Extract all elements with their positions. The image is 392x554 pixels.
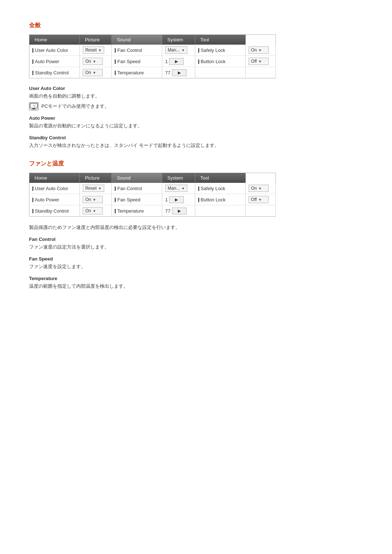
tab-tool[interactable]: Tool: [195, 35, 245, 45]
menu-row-col2: Temperature: [112, 205, 162, 217]
tab-picture[interactable]: Picture: [79, 173, 111, 183]
menu-row-col1: User Auto Color: [29, 45, 80, 56]
separator-bar: [115, 59, 116, 64]
menu-row-col2: Fan Speed: [112, 56, 162, 67]
dropdown-control[interactable]: Off▼: [249, 58, 269, 65]
separator-bar: [115, 186, 116, 191]
menu-row-col3: Button Lock: [195, 194, 245, 205]
item-description: 温度の範囲を指定して内部温度を検出します。: [29, 283, 363, 290]
menu-row-col3-value: [245, 205, 275, 217]
menu-row-col3: [195, 67, 245, 78]
separator-bar: [32, 59, 33, 64]
dropdown-control[interactable]: On▼: [83, 196, 103, 203]
menu-row-col1-value[interactable]: On▼: [79, 194, 111, 205]
arrow-right-button[interactable]: ▶: [169, 196, 184, 203]
menu-row-col2-value[interactable]: 77▶: [162, 67, 195, 78]
dropdown-control[interactable]: Reset▼: [83, 185, 104, 192]
pc-note: ℃PCモードでのみ使用できます。: [29, 102, 363, 110]
menu-row-col1: Auto Power: [29, 56, 80, 67]
item-description: ファン速度を設定します。: [29, 263, 363, 271]
separator-bar: [115, 209, 116, 213]
tab-picture[interactable]: Picture: [79, 35, 111, 45]
menu-row-col1-value[interactable]: On▼: [79, 205, 111, 217]
menu-row-col3-value[interactable]: Off▼: [245, 194, 275, 205]
svg-rect-2: [33, 108, 35, 109]
arrow-right-button[interactable]: ▶: [169, 58, 184, 65]
menu-row-col1: User Auto Color: [29, 183, 80, 194]
menu-row-col1-value[interactable]: On▼: [79, 67, 111, 78]
section-fan-temp: ファンと温度HomePictureSoundSystemToolUser Aut…: [29, 160, 363, 290]
menu-row-col2-value[interactable]: Man...▼: [162, 183, 195, 194]
menu-row-col1: Standby Control: [29, 67, 80, 78]
menu-table: HomePictureSoundSystemToolUser Auto Colo…: [29, 34, 276, 78]
dropdown-control[interactable]: On▼: [83, 58, 103, 65]
menu-row-col1: Auto Power: [29, 194, 80, 205]
item-description: 入力ソースが検出されなかったときは、スタンバイ モードで起動するように設定します…: [29, 142, 363, 149]
separator-bar: [32, 71, 33, 75]
separator-bar: [32, 198, 33, 202]
separator-bar: [32, 209, 33, 213]
section-title: 全般: [29, 22, 363, 29]
item-title: Auto Power: [29, 115, 363, 121]
dropdown-control[interactable]: On▼: [83, 69, 103, 76]
pc-mode-icon: ℃: [29, 102, 38, 110]
tab-system[interactable]: System: [162, 35, 195, 45]
menu-row-col2: Temperature: [112, 67, 162, 78]
section-intro: 製品保護のためファン速度と内部温度の検出に必要な設定を行います。: [29, 224, 363, 231]
arrow-right-button[interactable]: ▶: [172, 208, 187, 214]
tab-home[interactable]: Home: [29, 35, 80, 45]
separator-bar: [198, 198, 199, 202]
item-title: Fan Speed: [29, 256, 363, 262]
dropdown-control[interactable]: Man...▼: [165, 185, 187, 192]
tab-home[interactable]: Home: [29, 173, 80, 183]
menu-row-col2: Fan Control: [112, 45, 162, 56]
menu-row-col2-value[interactable]: 77▶: [162, 205, 195, 217]
item-title: User Auto Color: [29, 86, 363, 91]
separator-bar: [115, 71, 116, 75]
menu-row-col2-value[interactable]: 1▶: [162, 56, 195, 67]
menu-row-col3-value[interactable]: On▼: [245, 183, 275, 194]
tab-tool[interactable]: Tool: [195, 173, 245, 183]
separator-bar: [115, 198, 116, 202]
svg-text:℃: ℃: [32, 104, 36, 108]
menu-row-col1: Standby Control: [29, 205, 80, 217]
tab-sound[interactable]: Sound: [112, 173, 162, 183]
menu-row-col3: Button Lock: [195, 56, 245, 67]
menu-row-col2-value[interactable]: Man...▼: [162, 45, 195, 56]
dropdown-control[interactable]: Man...▼: [165, 46, 187, 54]
item-title: Temperature: [29, 276, 363, 281]
dropdown-control[interactable]: Off▼: [249, 196, 269, 203]
menu-row-col2-value[interactable]: 1▶: [162, 194, 195, 205]
menu-row-col3: [195, 205, 245, 217]
item-description: 画面の色を自動的に調整します。: [29, 93, 363, 100]
menu-table: HomePictureSoundSystemToolUser Auto Colo…: [29, 173, 276, 217]
separator-bar: [32, 186, 33, 191]
dropdown-control[interactable]: On▼: [249, 46, 269, 54]
menu-row-col1-value[interactable]: Reset▼: [79, 183, 111, 194]
menu-row-col3: Safety Lock: [195, 183, 245, 194]
arrow-right-button[interactable]: ▶: [172, 69, 187, 76]
menu-row-col2: Fan Control: [112, 183, 162, 194]
separator-bar: [198, 59, 199, 64]
separator-bar: [198, 186, 199, 191]
item-title: Fan Control: [29, 237, 363, 242]
separator-bar: [115, 48, 116, 53]
menu-row-col3-value[interactable]: Off▼: [245, 56, 275, 67]
dropdown-control[interactable]: On▼: [83, 207, 103, 214]
item-description: 製品の電源が自動的にオンになるように設定します。: [29, 122, 363, 130]
svg-rect-3: [32, 109, 36, 110]
item-title: Standby Control: [29, 135, 363, 140]
tab-system[interactable]: System: [162, 173, 195, 183]
menu-row-col3: Safety Lock: [195, 45, 245, 56]
menu-row-col2: Fan Speed: [112, 194, 162, 205]
pc-note-text: PCモードでのみ使用できます。: [41, 103, 109, 110]
tab-sound[interactable]: Sound: [112, 35, 162, 45]
dropdown-control[interactable]: Reset▼: [83, 46, 104, 54]
menu-row-col1-value[interactable]: On▼: [79, 56, 111, 67]
separator-bar: [198, 48, 199, 53]
section-general: 全般HomePictureSoundSystemToolUser Auto Co…: [29, 22, 363, 149]
menu-row-col1-value[interactable]: Reset▼: [79, 45, 111, 56]
menu-row-col3-value: [245, 67, 275, 78]
dropdown-control[interactable]: On▼: [249, 185, 269, 192]
menu-row-col3-value[interactable]: On▼: [245, 45, 275, 56]
